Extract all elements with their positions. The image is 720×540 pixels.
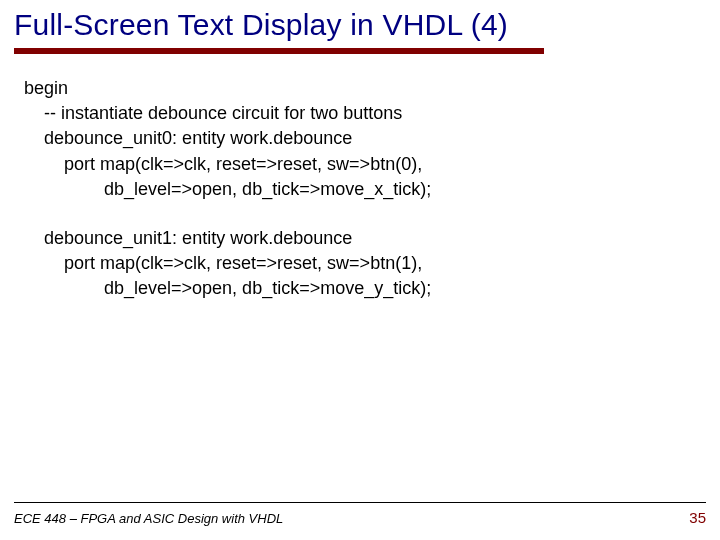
code-line: db_level=>open, db_tick=>move_x_tick);	[24, 177, 706, 202]
title-underline	[14, 48, 544, 54]
footer-row: ECE 448 – FPGA and ASIC Design with VHDL…	[14, 509, 706, 526]
code-block: begin -- instantiate debounce circuit fo…	[14, 76, 706, 302]
code-line: db_level=>open, db_tick=>move_y_tick);	[24, 276, 706, 301]
blank-line	[24, 202, 706, 226]
code-line: debounce_unit1: entity work.debounce	[24, 226, 706, 251]
footer: ECE 448 – FPGA and ASIC Design with VHDL…	[14, 502, 706, 526]
footer-course: ECE 448 – FPGA and ASIC Design with VHDL	[14, 511, 283, 526]
code-line: debounce_unit0: entity work.debounce	[24, 126, 706, 151]
code-line: begin	[24, 76, 706, 101]
page-number: 35	[689, 509, 706, 526]
footer-rule	[14, 502, 706, 503]
slide-title: Full-Screen Text Display in VHDL (4)	[14, 8, 706, 42]
code-line: -- instantiate debounce circuit for two …	[24, 101, 706, 126]
code-line: port map(clk=>clk, reset=>reset, sw=>btn…	[24, 251, 706, 276]
code-line: port map(clk=>clk, reset=>reset, sw=>btn…	[24, 152, 706, 177]
slide: Full-Screen Text Display in VHDL (4) beg…	[0, 0, 720, 540]
